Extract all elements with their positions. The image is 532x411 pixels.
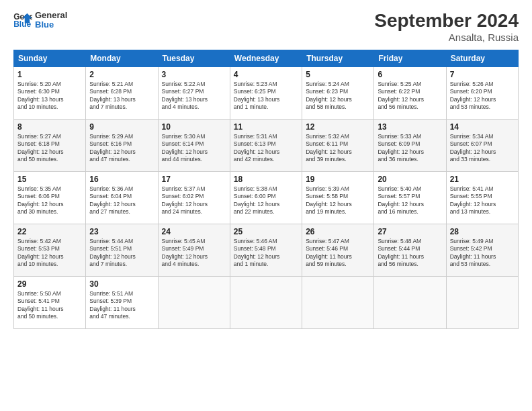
day-cell: 28Sunrise: 5:49 AM Sunset: 5:42 PM Dayli…: [446, 224, 518, 276]
day-info: Sunrise: 5:44 AM Sunset: 5:51 PM Dayligh…: [89, 238, 154, 269]
day-info: Sunrise: 5:49 AM Sunset: 5:42 PM Dayligh…: [450, 238, 515, 269]
day-cell: 23Sunrise: 5:44 AM Sunset: 5:51 PM Dayli…: [86, 224, 158, 276]
day-info: Sunrise: 5:25 AM Sunset: 6:22 PM Dayligh…: [378, 81, 442, 111]
calendar-title: September 2024: [374, 11, 519, 32]
day-cell: [446, 276, 518, 328]
day-cell: 5Sunrise: 5:24 AM Sunset: 6:23 PM Daylig…: [302, 66, 374, 119]
day-number: 2: [89, 70, 154, 79]
day-number: 16: [89, 175, 154, 184]
day-info: Sunrise: 5:22 AM Sunset: 6:27 PM Dayligh…: [162, 81, 226, 111]
day-info: Sunrise: 5:29 AM Sunset: 6:16 PM Dayligh…: [89, 133, 154, 164]
day-number: 18: [234, 175, 298, 184]
day-info: Sunrise: 5:47 AM Sunset: 5:46 PM Dayligh…: [306, 238, 370, 269]
day-cell: 26Sunrise: 5:47 AM Sunset: 5:46 PM Dayli…: [302, 224, 374, 276]
week-row-4: 22Sunrise: 5:42 AM Sunset: 5:53 PM Dayli…: [14, 224, 519, 276]
day-header-wednesday: Wednesday: [230, 50, 302, 66]
day-info: Sunrise: 5:38 AM Sunset: 6:00 PM Dayligh…: [234, 185, 298, 216]
day-number: 28: [450, 227, 515, 236]
day-cell: 27Sunrise: 5:48 AM Sunset: 5:44 PM Dayli…: [374, 224, 446, 276]
day-number: 22: [17, 227, 82, 236]
day-info: Sunrise: 5:33 AM Sunset: 6:09 PM Dayligh…: [378, 133, 442, 164]
day-header-sunday: Sunday: [14, 50, 86, 66]
day-header-tuesday: Tuesday: [158, 50, 230, 66]
day-number: 13: [378, 122, 442, 132]
day-cell: 7Sunrise: 5:26 AM Sunset: 6:20 PM Daylig…: [446, 66, 518, 119]
day-cell: 11Sunrise: 5:31 AM Sunset: 6:13 PM Dayli…: [230, 119, 302, 171]
day-info: Sunrise: 5:50 AM Sunset: 5:41 PM Dayligh…: [17, 290, 82, 321]
day-cell: 18Sunrise: 5:38 AM Sunset: 6:00 PM Dayli…: [230, 171, 302, 224]
day-info: Sunrise: 5:48 AM Sunset: 5:44 PM Dayligh…: [378, 238, 442, 269]
day-cell: 1Sunrise: 5:20 AM Sunset: 6:30 PM Daylig…: [14, 66, 86, 119]
calendar-header-row: SundayMondayTuesdayWednesdayThursdayFrid…: [14, 50, 519, 66]
day-info: Sunrise: 5:46 AM Sunset: 5:48 PM Dayligh…: [234, 238, 298, 269]
day-cell: [374, 276, 446, 328]
day-cell: 16Sunrise: 5:36 AM Sunset: 6:04 PM Dayli…: [86, 171, 158, 224]
logo-general: General: [35, 11, 67, 20]
day-number: 15: [17, 175, 82, 184]
day-cell: 4Sunrise: 5:23 AM Sunset: 6:25 PM Daylig…: [230, 66, 302, 119]
day-info: Sunrise: 5:40 AM Sunset: 5:57 PM Dayligh…: [378, 185, 442, 216]
day-cell: 2Sunrise: 5:21 AM Sunset: 6:28 PM Daylig…: [86, 66, 158, 119]
day-number: 20: [378, 175, 442, 184]
day-cell: [230, 276, 302, 328]
day-cell: 12Sunrise: 5:32 AM Sunset: 6:11 PM Dayli…: [302, 119, 374, 171]
day-number: 9: [89, 122, 154, 132]
header: General Blue General Blue September 2024…: [13, 11, 519, 43]
week-row-2: 8Sunrise: 5:27 AM Sunset: 6:18 PM Daylig…: [14, 119, 519, 171]
day-cell: 19Sunrise: 5:39 AM Sunset: 5:58 PM Dayli…: [302, 171, 374, 224]
day-number: 12: [306, 122, 370, 132]
day-number: 3: [162, 70, 226, 79]
day-cell: 15Sunrise: 5:35 AM Sunset: 6:06 PM Dayli…: [14, 171, 86, 224]
week-row-5: 29Sunrise: 5:50 AM Sunset: 5:41 PM Dayli…: [14, 276, 519, 328]
day-number: 10: [162, 122, 226, 132]
day-cell: 3Sunrise: 5:22 AM Sunset: 6:27 PM Daylig…: [158, 66, 230, 119]
day-cell: 24Sunrise: 5:45 AM Sunset: 5:49 PM Dayli…: [158, 224, 230, 276]
day-info: Sunrise: 5:35 AM Sunset: 6:06 PM Dayligh…: [17, 185, 82, 216]
day-cell: 22Sunrise: 5:42 AM Sunset: 5:53 PM Dayli…: [14, 224, 86, 276]
day-number: 11: [234, 122, 298, 132]
day-number: 1: [17, 70, 82, 79]
calendar-table: SundayMondayTuesdayWednesdayThursdayFrid…: [13, 50, 519, 329]
calendar-subtitle: Ansalta, Russia: [374, 32, 519, 43]
day-number: 14: [450, 122, 515, 132]
day-header-friday: Friday: [374, 50, 446, 66]
day-cell: 10Sunrise: 5:30 AM Sunset: 6:14 PM Dayli…: [158, 119, 230, 171]
day-info: Sunrise: 5:23 AM Sunset: 6:25 PM Dayligh…: [234, 81, 298, 111]
day-number: 6: [378, 70, 442, 79]
day-cell: 30Sunrise: 5:51 AM Sunset: 5:39 PM Dayli…: [86, 276, 158, 328]
day-info: Sunrise: 5:41 AM Sunset: 5:55 PM Dayligh…: [450, 185, 515, 216]
logo-icon: General Blue: [13, 12, 32, 28]
day-number: 21: [450, 175, 515, 184]
logo: General Blue General Blue: [13, 11, 67, 30]
day-number: 29: [17, 279, 82, 289]
day-header-monday: Monday: [86, 50, 158, 66]
week-row-1: 1Sunrise: 5:20 AM Sunset: 6:30 PM Daylig…: [14, 66, 519, 119]
day-info: Sunrise: 5:21 AM Sunset: 6:28 PM Dayligh…: [89, 81, 154, 111]
day-number: 23: [89, 227, 154, 236]
day-header-thursday: Thursday: [302, 50, 374, 66]
day-cell: 13Sunrise: 5:33 AM Sunset: 6:09 PM Dayli…: [374, 119, 446, 171]
day-cell: 21Sunrise: 5:41 AM Sunset: 5:55 PM Dayli…: [446, 171, 518, 224]
day-number: 8: [17, 122, 82, 132]
day-number: 30: [89, 279, 154, 289]
day-cell: 17Sunrise: 5:37 AM Sunset: 6:02 PM Dayli…: [158, 171, 230, 224]
day-number: 24: [162, 227, 226, 236]
day-cell: 8Sunrise: 5:27 AM Sunset: 6:18 PM Daylig…: [14, 119, 86, 171]
page: General Blue General Blue September 2024…: [0, 0, 532, 411]
day-info: Sunrise: 5:34 AM Sunset: 6:07 PM Dayligh…: [450, 133, 515, 164]
day-cell: 9Sunrise: 5:29 AM Sunset: 6:16 PM Daylig…: [86, 119, 158, 171]
day-number: 26: [306, 227, 370, 236]
day-info: Sunrise: 5:27 AM Sunset: 6:18 PM Dayligh…: [17, 133, 82, 164]
day-cell: 14Sunrise: 5:34 AM Sunset: 6:07 PM Dayli…: [446, 119, 518, 171]
day-number: 27: [378, 227, 442, 236]
day-cell: 25Sunrise: 5:46 AM Sunset: 5:48 PM Dayli…: [230, 224, 302, 276]
day-info: Sunrise: 5:45 AM Sunset: 5:49 PM Dayligh…: [162, 238, 226, 269]
day-info: Sunrise: 5:31 AM Sunset: 6:13 PM Dayligh…: [234, 133, 298, 164]
day-info: Sunrise: 5:39 AM Sunset: 5:58 PM Dayligh…: [306, 185, 370, 216]
day-header-saturday: Saturday: [446, 50, 518, 66]
day-cell: 20Sunrise: 5:40 AM Sunset: 5:57 PM Dayli…: [374, 171, 446, 224]
day-cell: 6Sunrise: 5:25 AM Sunset: 6:22 PM Daylig…: [374, 66, 446, 119]
week-row-3: 15Sunrise: 5:35 AM Sunset: 6:06 PM Dayli…: [14, 171, 519, 224]
day-info: Sunrise: 5:32 AM Sunset: 6:11 PM Dayligh…: [306, 133, 370, 164]
day-cell: [158, 276, 230, 328]
